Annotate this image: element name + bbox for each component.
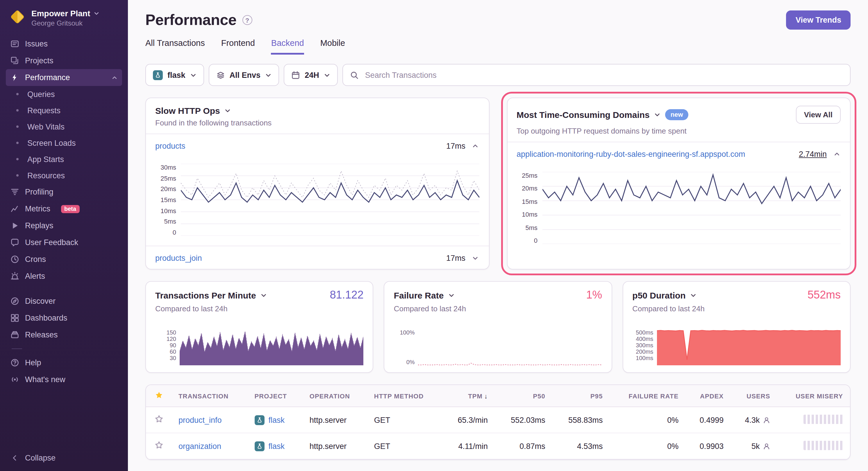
help-circle-icon: [10, 358, 19, 367]
chevron-down-icon: [190, 72, 196, 78]
broadcast-icon: [10, 375, 19, 384]
search-box: [342, 64, 850, 86]
col-transaction[interactable]: TRANSACTION: [172, 385, 247, 407]
sidebar: Empower Plant George Gritsouk Issues Pro…: [0, 0, 128, 471]
col-project[interactable]: PROJECT: [247, 385, 302, 407]
metrics-icon: [10, 204, 19, 213]
sidebar-item-web-vitals[interactable]: Web Vitals: [6, 119, 122, 135]
stat-cards: Transactions Per Minute 81.122 Compared …: [145, 281, 850, 373]
chevron-down-icon[interactable]: [261, 292, 267, 298]
stat-value: 1%: [586, 289, 602, 301]
panel-title: Slow HTTP Ops: [155, 106, 220, 115]
sidebar-item-crons[interactable]: Crons: [6, 251, 122, 268]
date-range-filter[interactable]: 24H: [284, 64, 338, 86]
col-users[interactable]: USERS: [731, 385, 777, 407]
p95-cell: 4.53ms: [552, 433, 610, 459]
y-axis-labels: 500ms 400ms 300ms 200ms 100ms: [632, 329, 653, 365]
sidebar-collapse-button[interactable]: Collapse: [0, 446, 128, 471]
slow-http-ops-selector[interactable]: Slow HTTP Ops: [155, 106, 479, 115]
star-outline-icon[interactable]: [154, 415, 163, 424]
col-p95[interactable]: P95: [552, 385, 610, 407]
view-all-button[interactable]: View All: [796, 106, 841, 124]
feedback-bubble-icon: [10, 238, 19, 247]
tpm-area-chart: [180, 329, 364, 365]
sidebar-item-app-starts[interactable]: App Starts: [6, 151, 122, 167]
sidebar-item-projects[interactable]: Projects: [6, 52, 122, 69]
project-link[interactable]: flask: [254, 415, 285, 425]
chevron-down-icon: [94, 10, 99, 16]
stat-title: Failure Rate: [394, 290, 444, 300]
projects-icon: [10, 56, 19, 65]
replays-icon: [10, 221, 19, 230]
chevron-down-icon[interactable]: [654, 111, 661, 118]
performance-icon: [10, 73, 19, 82]
p50-area-chart: [657, 329, 841, 365]
bullet-icon: [16, 174, 19, 176]
stat-value: 552ms: [808, 289, 841, 301]
col-http-method[interactable]: HTTP METHOD: [367, 385, 442, 407]
col-operation[interactable]: OPERATION: [303, 385, 367, 407]
chevron-down-icon[interactable]: [690, 292, 697, 298]
sidebar-item-user-feedback[interactable]: User Feedback: [6, 234, 122, 251]
star-outline-icon[interactable]: [154, 441, 163, 449]
y-axis-labels: 150 120 90 60 30: [155, 329, 176, 365]
flask-project-icon: [254, 415, 264, 425]
sidebar-item-queries[interactable]: Queries: [6, 86, 122, 102]
operation-cell: http.server: [303, 433, 367, 459]
panel-subtitle: Found in the following transactions: [155, 119, 479, 127]
chevron-down-icon: [472, 255, 478, 261]
sidebar-item-replays[interactable]: Replays: [6, 217, 122, 234]
duration-value: 17ms: [446, 254, 465, 262]
sidebar-item-discover[interactable]: Discover: [6, 293, 122, 309]
sidebar-item-releases[interactable]: Releases: [6, 326, 122, 343]
sidebar-item-alerts[interactable]: Alerts: [6, 268, 122, 284]
stat-title: p50 Duration: [632, 290, 685, 300]
sidebar-item-performance[interactable]: Performance: [6, 69, 122, 86]
col-failure-rate[interactable]: FAILURE RATE: [610, 385, 686, 407]
col-p50[interactable]: P50: [495, 385, 552, 407]
collapse-toggle[interactable]: [831, 149, 842, 159]
domain-link[interactable]: application-monitoring-ruby-dot-sales-en…: [517, 149, 745, 158]
page-title: Performance: [145, 11, 237, 29]
tab-mobile[interactable]: Mobile: [320, 38, 345, 55]
chevron-down-icon[interactable]: [448, 292, 455, 298]
transaction-link[interactable]: products: [155, 141, 185, 150]
transaction-link[interactable]: product_info: [179, 415, 222, 424]
expand-toggle[interactable]: [470, 253, 480, 263]
org-switcher[interactable]: Empower Plant George Gritsouk: [0, 0, 128, 34]
view-trends-button[interactable]: View Trends: [786, 10, 850, 30]
sidebar-item-metrics[interactable]: Metrics beta: [6, 200, 122, 217]
tab-all-transactions[interactable]: All Transactions: [145, 38, 205, 55]
p95-cell: 558.83ms: [552, 407, 610, 433]
sidebar-item-issues[interactable]: Issues: [6, 35, 122, 52]
tab-frontend[interactable]: Frontend: [221, 38, 255, 55]
search-input[interactable]: [364, 70, 843, 80]
collapse-toggle[interactable]: [470, 140, 480, 151]
transaction-link[interactable]: organization: [179, 442, 221, 450]
sidebar-item-help[interactable]: Help: [6, 354, 122, 371]
sidebar-item-resources[interactable]: Resources: [6, 167, 122, 183]
col-apdex[interactable]: APDEX: [685, 385, 731, 407]
transaction-link[interactable]: products_join: [155, 254, 202, 262]
sidebar-item-profiling[interactable]: Profiling: [6, 183, 122, 200]
sidebar-item-screen-loads[interactable]: Screen Loads: [6, 135, 122, 151]
users-cell: 4.3k: [745, 415, 770, 424]
tpm-cell: 65.3/min: [442, 407, 495, 433]
sidebar-item-dashboards[interactable]: Dashboards: [6, 309, 122, 326]
duration-value[interactable]: 2.74min: [799, 149, 827, 158]
star-column-header[interactable]: [146, 385, 172, 407]
project-link[interactable]: flask: [254, 441, 285, 451]
beta-badge: beta: [61, 205, 80, 213]
failure-rate-card: Failure Rate 1% Compared to last 24h 100…: [384, 281, 612, 373]
col-tpm[interactable]: TPM: [442, 385, 495, 407]
sidebar-item-requests[interactable]: Requests: [6, 102, 122, 119]
latency-line-chart: [181, 164, 479, 236]
col-user-misery[interactable]: USER MISERY: [777, 385, 850, 407]
chevron-up-icon: [472, 142, 478, 149]
tab-backend[interactable]: Backend: [271, 38, 304, 55]
environment-filter[interactable]: All Envs: [209, 64, 279, 86]
help-icon[interactable]: [242, 15, 252, 25]
sidebar-item-whats-new[interactable]: What's new: [6, 371, 122, 388]
project-filter[interactable]: flask: [145, 64, 204, 86]
grid-icon: [10, 314, 19, 322]
